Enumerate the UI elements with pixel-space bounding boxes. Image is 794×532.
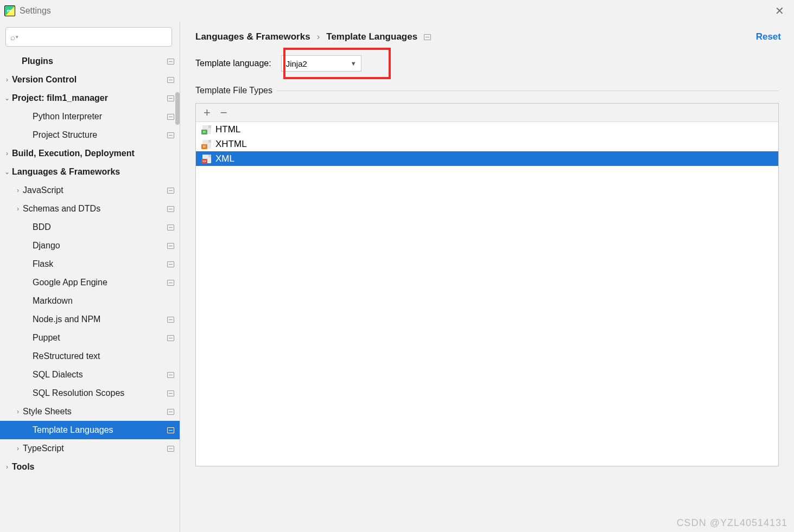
section-label: Template File Types xyxy=(195,86,779,95)
tree-item-label: Languages & Frameworks xyxy=(12,167,174,177)
tree-item-style-sheets[interactable]: ›Style Sheets xyxy=(0,402,180,421)
filetypes-list: HHTMLHXHTML<>XML xyxy=(196,122,778,466)
tree-item-version-control[interactable]: ›Version Control xyxy=(0,70,180,89)
filetypes-toolbar: + − xyxy=(196,104,778,122)
pycharm-icon: PC xyxy=(4,5,15,16)
expand-icon: › xyxy=(13,205,23,213)
titlebar: PC Settings ✕ xyxy=(0,0,794,22)
tree-item-label: Tools xyxy=(12,462,174,472)
filetype-label: HTML xyxy=(215,124,240,135)
tree-item-label: Puppet xyxy=(33,333,167,343)
tree-item-puppet[interactable]: Puppet xyxy=(0,329,180,347)
tree-item-label: Django xyxy=(33,241,167,251)
tree-item-label: Template Languages xyxy=(33,425,167,435)
tree-item-python-interpreter[interactable]: Python Interpreter xyxy=(0,107,180,126)
breadcrumb-leaf: Template Languages xyxy=(326,31,417,42)
highlight-annotation xyxy=(283,48,391,79)
project-scope-icon xyxy=(167,372,174,378)
tree-item-label: Plugins xyxy=(22,56,167,66)
tree-item-project-film1-manager[interactable]: ⌄Project: film1_manager xyxy=(0,89,180,107)
search-input[interactable] xyxy=(21,33,167,42)
tree-item-project-structure[interactable]: Project Structure xyxy=(0,126,180,144)
tree-item-label: Version Control xyxy=(12,75,167,85)
search-box[interactable]: ⌕ ▾ xyxy=(5,27,172,47)
tree-item-flask[interactable]: Flask xyxy=(0,255,180,273)
project-scope-icon xyxy=(167,427,174,433)
tree-item-label: Node.js and NPM xyxy=(33,315,167,324)
project-scope-icon xyxy=(167,206,174,212)
window-title: Settings xyxy=(20,6,51,16)
expand-icon: › xyxy=(2,76,12,84)
search-row: ⌕ ▾ xyxy=(0,22,180,50)
tree-item-label: Python Interpreter xyxy=(33,112,167,121)
reset-link[interactable]: Reset xyxy=(756,31,781,42)
project-scope-icon xyxy=(167,317,174,323)
tree-item-schemas-and-dtds[interactable]: ›Schemas and DTDs xyxy=(0,200,180,218)
tree-item-label: Google App Engine xyxy=(33,278,167,287)
tree-item-label: Flask xyxy=(33,259,167,269)
breadcrumb: Languages & Frameworks › Template Langua… xyxy=(195,31,779,42)
expand-icon: › xyxy=(13,408,23,415)
tree-item-label: SQL Resolution Scopes xyxy=(33,388,167,398)
tree-item-javascript[interactable]: ›JavaScript xyxy=(0,181,180,200)
tree-item-label: TypeScript xyxy=(23,444,167,453)
tree-item-node-js-and-npm[interactable]: Node.js and NPM xyxy=(0,310,180,329)
tree-item-restructured-text[interactable]: ReStructured text xyxy=(0,347,180,366)
scrollbar-thumb[interactable] xyxy=(175,92,180,125)
project-scope-icon xyxy=(167,390,174,396)
tree-item-label: Build, Execution, Deployment xyxy=(12,149,174,158)
section-text: Template File Types xyxy=(195,86,272,95)
filetype-item-html[interactable]: HHTML xyxy=(196,122,778,137)
remove-button[interactable]: − xyxy=(220,107,227,119)
tree-item-build-execution-deployment[interactable]: ›Build, Execution, Deployment xyxy=(0,144,180,163)
project-scope-icon xyxy=(167,243,174,249)
filetype-icon: H xyxy=(202,125,211,134)
expand-icon: › xyxy=(2,463,12,471)
filetype-item-xml[interactable]: <>XML xyxy=(196,151,778,166)
tree-item-label: BDD xyxy=(33,222,167,232)
expand-icon: › xyxy=(13,187,23,194)
filetype-icon: <> xyxy=(202,155,211,163)
project-scope-icon xyxy=(167,335,174,341)
tree-item-plugins[interactable]: Plugins xyxy=(0,52,180,70)
tree-item-django[interactable]: Django xyxy=(0,236,180,255)
tree-item-markdown[interactable]: Markdown xyxy=(0,292,180,310)
expand-icon: › xyxy=(2,150,12,157)
project-scope-icon xyxy=(167,446,174,452)
template-language-label: Template language: xyxy=(195,59,271,68)
tree-item-google-app-engine[interactable]: Google App Engine xyxy=(0,273,180,292)
filetype-icon: H xyxy=(202,140,211,149)
tree-item-label: ReStructured text xyxy=(33,351,174,361)
project-scope-icon xyxy=(167,409,174,415)
settings-tree: Plugins›Version Control⌄Project: film1_m… xyxy=(0,50,180,532)
project-scope-icon xyxy=(167,77,174,83)
close-button[interactable]: ✕ xyxy=(770,2,790,20)
add-button[interactable]: + xyxy=(204,107,211,119)
filetype-item-xhtml[interactable]: HXHTML xyxy=(196,137,778,151)
project-scope-icon xyxy=(167,261,174,267)
tree-item-label: JavaScript xyxy=(23,185,167,195)
tree-item-label: Project Structure xyxy=(33,130,167,140)
divider xyxy=(277,91,779,91)
tree-item-template-languages[interactable]: Template Languages xyxy=(0,421,180,439)
project-scope-icon xyxy=(167,225,174,230)
breadcrumb-root[interactable]: Languages & Frameworks xyxy=(195,31,310,42)
chevron-right-icon: › xyxy=(317,31,320,42)
tree-item-label: Style Sheets xyxy=(23,407,167,416)
tree-item-label: Schemas and DTDs xyxy=(23,204,167,214)
project-scope-icon xyxy=(167,95,174,101)
expand-icon: ⌄ xyxy=(2,168,12,176)
tree-item-languages-frameworks[interactable]: ⌄Languages & Frameworks xyxy=(0,163,180,181)
project-scope-icon xyxy=(167,132,174,138)
tree-item-typescript[interactable]: ›TypeScript xyxy=(0,439,180,458)
project-scope-icon xyxy=(167,188,174,194)
tree-item-sql-resolution-scopes[interactable]: SQL Resolution Scopes xyxy=(0,384,180,402)
search-icon: ⌕ xyxy=(10,33,15,42)
template-language-row: Template language: Jinja2 ▼ xyxy=(195,55,779,72)
tree-item-tools[interactable]: ›Tools xyxy=(0,458,180,476)
tree-item-label: SQL Dialects xyxy=(33,370,167,380)
tree-item-bdd[interactable]: BDD xyxy=(0,218,180,236)
filetype-label: XML xyxy=(215,153,234,164)
tree-item-sql-dialects[interactable]: SQL Dialects xyxy=(0,366,180,384)
project-scope-icon xyxy=(167,59,174,65)
